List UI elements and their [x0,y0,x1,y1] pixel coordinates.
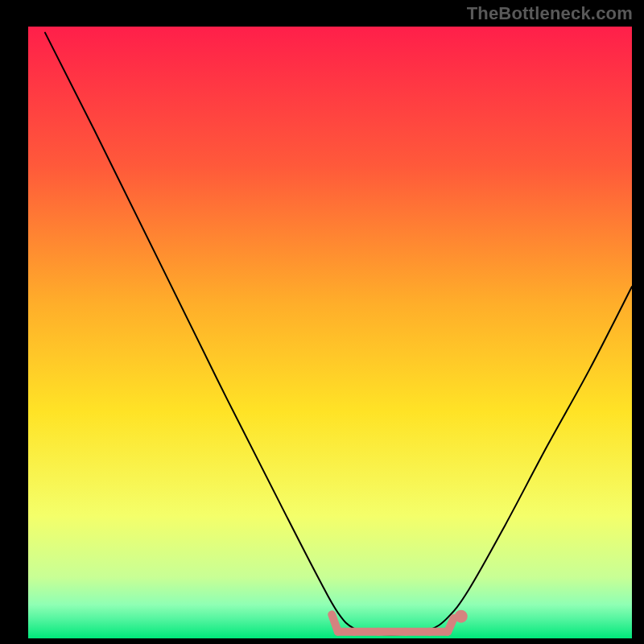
bottom-marker-right-tick [448,618,454,632]
watermark-text: TheBottleneck.com [467,3,633,24]
chart-stage: TheBottleneck.com [0,0,644,644]
plot-background [28,27,632,638]
chart-svg [0,0,644,644]
bottom-marker-dot [455,610,468,623]
bottom-marker-left-tick [332,614,338,631]
